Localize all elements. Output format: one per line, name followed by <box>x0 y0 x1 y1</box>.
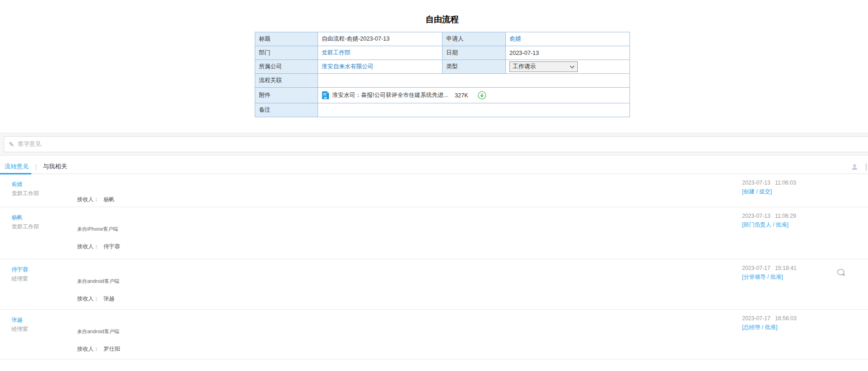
comment-source: 来自iPhone客户端 <box>77 226 742 233</box>
flow-comments-list: 俞婧 党群工作部 接收人： 杨帆 2023-07-1311:06:03 [创建 … <box>0 174 868 359</box>
commenter-name-link[interactable]: 俞婧 <box>12 180 23 188</box>
type-select-value: 工作请示 <box>513 63 536 71</box>
receiver-name: 侍宇蓉 <box>103 243 120 250</box>
commenter-dept: 党群工作部 <box>12 190 77 197</box>
comment-receiver: 接收人： 杨帆 <box>77 196 742 203</box>
date-value: 2023-07-13 <box>506 46 630 60</box>
commenter-dept: 党群工作部 <box>12 223 77 231</box>
type-label: 类型 <box>443 60 506 74</box>
tab-flow-comments[interactable]: 流转意见 <box>4 160 30 174</box>
process-detail-table: 标题 自由流程-俞婧-2023-07-13 申请人 俞婧 部门 党群工作部 日期… <box>255 32 630 117</box>
tab-related-to-me-label: 与我相关 <box>43 162 67 171</box>
table-row: 流程关联 <box>255 74 630 88</box>
comment-receiver: 接收人： 张越 <box>77 295 742 303</box>
word-doc-icon: w <box>322 91 329 100</box>
receiver-label: 接收人： <box>77 196 99 203</box>
list-item: 侍宇蓉 经理室 来自android客户端 接收人： 张越 2023-07-171… <box>0 259 868 310</box>
commenter-name-link[interactable]: 侍宇蓉 <box>12 266 28 274</box>
receiver-name: 张越 <box>103 295 114 302</box>
receiver-label: 接收人： <box>77 243 99 250</box>
receiver-label: 接收人： <box>77 346 99 352</box>
applicant-label: 申请人 <box>443 32 506 46</box>
comment-receiver: 接收人： 罗仕阳 <box>77 345 742 353</box>
comments-tabs: 流转意见 | 与我相关 <box>0 160 868 174</box>
table-row: 标题 自由流程-俞婧-2023-07-13 申请人 俞婧 <box>255 32 630 46</box>
type-select[interactable]: 工作请示 <box>509 61 578 72</box>
commenter-dept: 经理室 <box>12 325 77 333</box>
list-item: 张越 经理室 来自android客户端 接收人： 罗仕阳 2023-07-171… <box>0 310 868 359</box>
person-icon[interactable] <box>851 163 858 171</box>
remark-label: 备注 <box>255 103 318 117</box>
attachment-label: 附件 <box>255 88 318 103</box>
svg-text:w: w <box>323 96 327 100</box>
right-edge-divider <box>866 163 867 171</box>
receiver-label: 接收人： <box>77 295 99 302</box>
comment-action-link[interactable]: [分管领导 / 批准] <box>742 273 868 281</box>
tab-divider: | <box>35 163 36 170</box>
table-row: 部门 党群工作部 日期 2023-07-13 <box>255 46 630 60</box>
commenter-name-link[interactable]: 杨帆 <box>12 214 23 221</box>
page-title: 自由流程 <box>255 14 629 25</box>
title-value: 自由流程-俞婧-2023-07-13 <box>318 32 443 46</box>
process-form-section: 自由流程 标题 自由流程-俞婧-2023-07-13 申请人 俞婧 部门 党群工… <box>255 0 629 117</box>
comment-timestamp: 2023-07-1311:06:29 <box>742 213 868 219</box>
table-row: 备注 <box>255 103 630 117</box>
comment-action-link[interactable]: [总经理 / 批准] <box>742 323 868 331</box>
list-item: 杨帆 党群工作部 来自iPhone客户端 接收人： 侍宇蓉 2023-07-13… <box>0 207 868 259</box>
commenter-dept: 经理室 <box>12 275 77 283</box>
commenter-name-link[interactable]: 张越 <box>12 316 23 324</box>
attachment-file-link[interactable]: 淮安水司：喜报!公司获评全市住建系统先进... <box>332 91 448 99</box>
relation-label: 流程关联 <box>255 74 318 88</box>
dept-label: 部门 <box>255 46 318 60</box>
comment-action-link[interactable]: [创建 / 提交] <box>742 188 868 196</box>
tab-flow-comments-label: 流转意见 <box>5 162 29 171</box>
remark-value <box>318 103 630 117</box>
company-link[interactable]: 淮安自来水有限公司 <box>322 63 374 70</box>
table-row: 所属公司 淮安自来水有限公司 类型 工作请示 <box>255 60 630 74</box>
receiver-name: 罗仕阳 <box>103 346 120 352</box>
comment-timestamp: 2023-07-1716:56:03 <box>742 315 868 322</box>
comment-action-link[interactable]: [部门负责人 / 批准] <box>742 221 868 229</box>
chat-bubble-icon[interactable] <box>837 269 845 276</box>
download-circle-icon[interactable] <box>478 91 486 100</box>
comment-receiver: 接收人： 侍宇蓉 <box>77 243 742 251</box>
list-item: 俞婧 党群工作部 接收人： 杨帆 2023-07-1311:06:03 [创建 … <box>0 174 868 207</box>
comment-source: 来自android客户端 <box>77 328 742 335</box>
relation-value <box>318 74 630 88</box>
chevron-down-icon <box>569 64 575 70</box>
company-label: 所属公司 <box>255 60 318 74</box>
sign-opinion-panel: ✎ 签字意见 <box>0 133 868 156</box>
attachment-size: 327K <box>455 92 468 99</box>
pencil-icon: ✎ <box>9 141 14 148</box>
sign-opinion-placeholder: 签字意见 <box>18 140 41 148</box>
applicant-link[interactable]: 俞婧 <box>509 36 521 42</box>
comment-timestamp: 2023-07-1311:06:03 <box>742 180 868 186</box>
comment-source: 来自android客户端 <box>77 278 742 285</box>
dept-link[interactable]: 党群工作部 <box>322 49 351 56</box>
sign-opinion-input[interactable]: ✎ 签字意见 <box>4 136 868 152</box>
date-label: 日期 <box>443 46 506 60</box>
comment-timestamp: 2023-07-1715:18:41 <box>742 265 868 271</box>
tab-related-to-me[interactable]: 与我相关 <box>42 160 68 174</box>
table-row: 附件 w 淮安水司：喜报!公司获评全市住建系统先进... 327K <box>255 88 630 103</box>
title-label: 标题 <box>255 32 318 46</box>
receiver-name: 杨帆 <box>103 196 114 203</box>
